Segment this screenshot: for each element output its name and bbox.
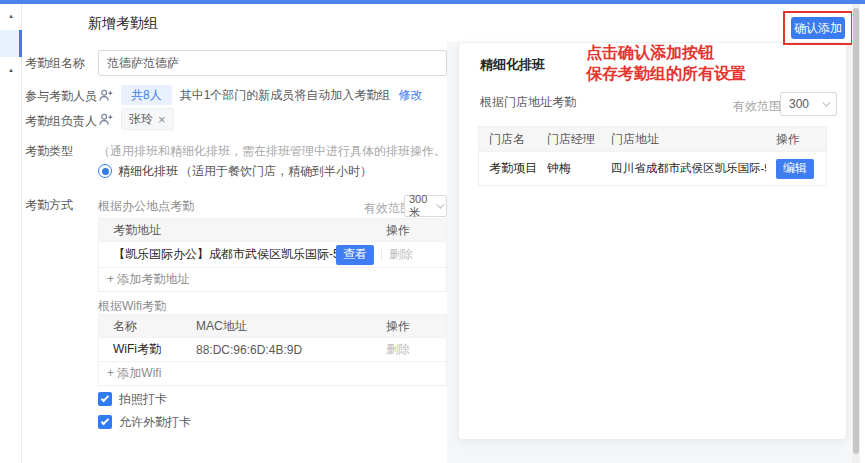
address-table: 考勤地址 操作 【凯乐国际办公】成都市武侯区凯乐国际-5幢 查看 删除 + 添加… (98, 218, 447, 292)
store-table: 门店名 门店经理 门店地址 操作 考勤项目 钟梅 四川省成都市武侯区凯乐国际-5… (478, 126, 827, 186)
confirm-add-button[interactable]: 确认添加 (791, 17, 845, 39)
remove-leader-icon[interactable]: × (158, 113, 166, 126)
outside-checkbox-label: 允许外勤打卡 (119, 414, 191, 431)
wifi-table-header: 名称 MAC地址 操作 (99, 315, 446, 337)
checkbox-checked-icon[interactable] (98, 392, 112, 406)
wifi-mac: 88:DC:96:6D:4B:9D (196, 343, 386, 357)
group-name-input[interactable]: 范德萨范德萨 (98, 50, 447, 76)
col-store: 门店名 (479, 131, 547, 148)
collapsed-sidebar: ▴ ▴ (0, 4, 22, 463)
wifi-name: WiFi考勤 (99, 341, 196, 358)
address-table-header: 考勤地址 操作 (99, 219, 446, 241)
group-name-value: 范德萨范德萨 (107, 55, 179, 72)
store-range-value: 300 (789, 97, 809, 111)
group-name-label: 考勤组名称 (25, 55, 85, 72)
chevron-down-icon (436, 200, 444, 208)
checkbox-checked-icon-2[interactable] (98, 415, 112, 429)
address-row: 【凯乐国际办公】成都市武侯区凯乐国际-5幢 查看 删除 (99, 241, 446, 267)
store-ops: 编辑 (766, 159, 826, 179)
address-value: 【凯乐国际办公】成都市武侯区凯乐国际-5幢 (99, 246, 374, 263)
store-address: 四川省成都市武侯区凯乐国际-5幢 (611, 161, 766, 176)
store-range-label: 有效范围 (733, 98, 781, 115)
type-hint: （通用排班和精细化排班，需在排班管理中进行具体的排班操作。） (98, 143, 458, 160)
type-label: 考勤类型 (25, 143, 73, 160)
wifi-section-title: 根据Wifi考勤 (98, 298, 166, 315)
outside-checkbox-row: 允许外勤打卡 (98, 414, 191, 430)
photo-checkbox-label: 拍照打卡 (119, 391, 167, 408)
delete-address-link[interactable]: 删除 (389, 246, 413, 263)
store-section-title: 根据门店地址考勤 (480, 94, 576, 111)
person-add-icon (98, 88, 113, 103)
annotation-line-1: 点击确认添加按钮 (586, 43, 714, 64)
members-hint: 其中1个部门的新成员将自动加入考勤组 (180, 87, 391, 104)
attendance-group-screen: ▴ ▴ 新增考勤组 考勤组名称 参与考勤人员 考勤组负责人 考勤类型 考勤方式 … (0, 0, 865, 463)
members-count-badge[interactable]: 共8人 (121, 85, 172, 105)
col-store-ops: 操作 (766, 131, 826, 148)
divider (381, 249, 382, 261)
members-modify-link[interactable]: 修改 (398, 87, 422, 104)
scrollbar-thumb[interactable] (853, 8, 859, 454)
type-radio-row: 精细化排班 （适用于餐饮门店，精确到半小时） (98, 162, 372, 180)
col-manager: 门店经理 (547, 131, 611, 148)
wifi-row: WiFi考勤 88:DC:96:6D:4B:9D 删除 (99, 337, 446, 361)
col-ops: 操作 (374, 222, 446, 239)
edit-button[interactable]: 编辑 (776, 159, 814, 179)
store-range-select[interactable]: 300 (780, 92, 837, 116)
location-section-title: 根据办公地点考勤 (98, 198, 194, 215)
person-add-icon-2 (98, 112, 113, 127)
add-address-link[interactable]: + 添加考勤地址 (99, 267, 446, 291)
store-manager: 钟梅 (547, 160, 611, 177)
wifi-table: 名称 MAC地址 操作 WiFi考勤 88:DC:96:6D:4B:9D 删除 … (98, 314, 447, 386)
col-address: 考勤地址 (99, 222, 374, 239)
page-title: 新增考勤组 (88, 15, 158, 33)
col-wifi-name: 名称 (99, 318, 196, 335)
add-wifi-link[interactable]: + 添加Wifi (99, 361, 446, 385)
leader-tag[interactable]: 张玲 × (121, 108, 174, 130)
collapse-up-icon[interactable]: ▴ (0, 12, 22, 20)
store-table-header: 门店名 门店经理 门店地址 操作 (479, 127, 826, 151)
schedule-card-title: 精细化排班 (480, 56, 545, 74)
members-label: 参与考勤人员 (25, 88, 97, 105)
delete-wifi-link[interactable]: 删除 (386, 341, 446, 358)
method-label: 考勤方式 (25, 197, 73, 214)
col-store-address: 门店地址 (611, 131, 766, 148)
top-accent-bar (0, 0, 865, 4)
scrollbar-track[interactable] (852, 4, 860, 463)
address-ops: 查看 删除 (336, 245, 446, 265)
chevron-down-icon-2 (822, 98, 830, 106)
leader-row: 张玲 × (98, 108, 174, 130)
members-row: 共8人 其中1个部门的新成员将自动加入考勤组 修改 (98, 84, 422, 106)
radio-label: 精细化排班 (118, 163, 178, 180)
photo-checkbox-row: 拍照打卡 (98, 391, 167, 407)
col-wifi-mac: MAC地址 (196, 318, 386, 335)
leader-name: 张玲 (129, 111, 153, 128)
store-row: 考勤项目 钟梅 四川省成都市武侯区凯乐国际-5幢 编辑 (479, 151, 826, 185)
location-range-select[interactable]: 300米 (404, 195, 447, 217)
store-name: 考勤项目 (479, 160, 547, 177)
sidebar-active-item[interactable] (0, 30, 22, 57)
location-range-value: 300米 (409, 193, 436, 220)
collapse-up-icon-2[interactable]: ▴ (0, 66, 22, 74)
active-indicator (19, 30, 22, 57)
annotation-line-2: 保存考勤组的所有设置 (586, 64, 746, 85)
leader-label: 考勤组负责人 (25, 113, 97, 130)
radio-selected-icon[interactable] (98, 164, 112, 178)
view-button[interactable]: 查看 (336, 245, 374, 265)
col-wifi-ops: 操作 (386, 318, 446, 335)
radio-desc: （适用于餐饮门店，精确到半小时） (180, 163, 372, 180)
